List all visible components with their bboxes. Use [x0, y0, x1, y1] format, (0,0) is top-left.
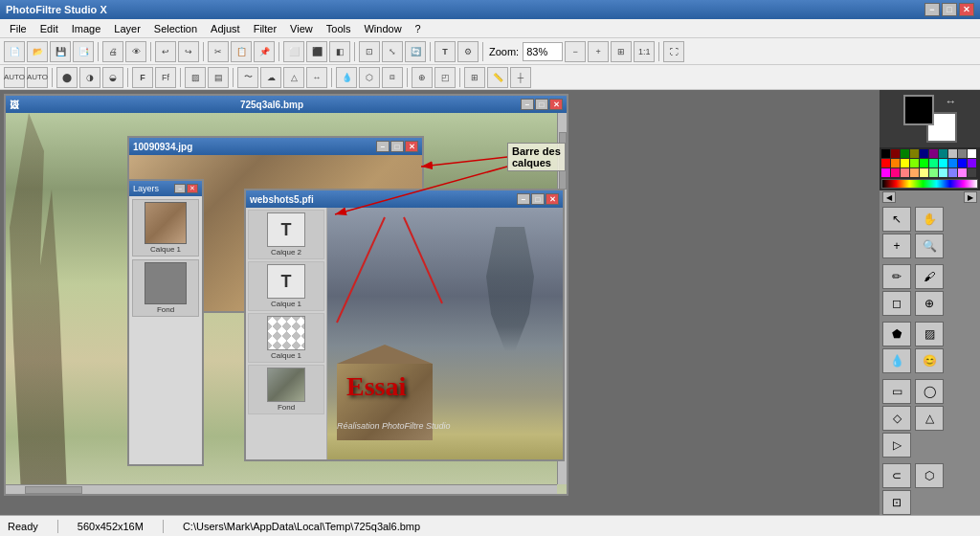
font-btn[interactable]: F	[132, 67, 153, 88]
dropper-all-btn[interactable]: 💧	[336, 67, 357, 88]
palette-cell[interactable]	[939, 168, 947, 177]
menu-file[interactable]: File	[4, 21, 33, 36]
palette-cell[interactable]	[929, 149, 938, 158]
palette-cell[interactable]	[968, 159, 976, 168]
hand-tool-button[interactable]: ✋	[915, 207, 944, 232]
gradient-bar[interactable]	[881, 179, 978, 189]
ellipse-select-tool[interactable]: ◯	[915, 379, 944, 404]
workspace[interactable]: 🖼 725q3al6.bmp − □ ✕	[0, 90, 880, 515]
palette-cell[interactable]	[920, 159, 928, 168]
jpg-minimize[interactable]: −	[376, 141, 390, 152]
new-button[interactable]: 📄	[4, 41, 25, 62]
diamond-tool[interactable]: ◇	[882, 406, 911, 431]
palette-cell[interactable]	[901, 168, 909, 177]
cut-button[interactable]: ✂	[208, 41, 229, 62]
palette-cell[interactable]	[939, 159, 947, 168]
maximize-button[interactable]: □	[942, 3, 957, 16]
palette-cell[interactable]	[891, 168, 900, 177]
hardness-btn[interactable]: ◒	[102, 67, 123, 88]
menu-adjust[interactable]: Adjust	[205, 21, 246, 36]
jpg-close[interactable]: ✕	[405, 141, 418, 152]
palette-prev[interactable]: ◀	[882, 191, 896, 203]
paste-button[interactable]: 📌	[254, 41, 275, 62]
menu-image[interactable]: Image	[66, 21, 107, 36]
polygon-tool[interactable]: ⬡	[915, 463, 944, 488]
zoom-actual-button[interactable]: 1:1	[634, 41, 655, 62]
close-btn[interactable]: ✕	[549, 99, 563, 110]
eraser-tool[interactable]: ◻	[882, 291, 911, 316]
pfi-window[interactable]: webshots5.pfi − □ ✕ T Calque 2	[244, 189, 565, 461]
zoom-in-button[interactable]: +	[588, 41, 609, 62]
palette-cell[interactable]	[901, 149, 909, 158]
resize-button[interactable]: ⤡	[382, 41, 403, 62]
foreground-color-swatch[interactable]	[903, 95, 934, 125]
crop-button[interactable]: ⊡	[359, 41, 380, 62]
palette-cell[interactable]	[948, 149, 957, 158]
palette-cell[interactable]	[910, 159, 919, 168]
frame-tool[interactable]: ⊡	[882, 490, 911, 515]
palette-cell[interactable]	[958, 149, 967, 158]
deselect-button[interactable]: ⬛	[306, 41, 327, 62]
save-button[interactable]: 💾	[50, 41, 71, 62]
horizontal-scrollbar[interactable]	[6, 484, 557, 494]
menu-help[interactable]: ?	[410, 21, 427, 36]
palette-cell[interactable]	[920, 149, 928, 158]
list-item[interactable]: Fond	[132, 259, 199, 317]
palette-cell[interactable]	[958, 159, 967, 168]
pfi-layers-panel[interactable]: T Calque 2 T Calque 1 Calque 1	[246, 208, 327, 459]
menu-selection[interactable]: Selection	[148, 21, 203, 36]
opacity-btn[interactable]: ◑	[79, 67, 100, 88]
ls-close[interactable]: ✕	[187, 184, 198, 193]
print-preview-button[interactable]: 👁	[125, 41, 146, 62]
print-button[interactable]: 🖨	[102, 41, 123, 62]
pfi-minimize[interactable]: −	[517, 193, 530, 205]
pattern-btn[interactable]: ▤	[208, 67, 229, 88]
brush-tool[interactable]: 🖌	[915, 264, 944, 289]
fill-tool[interactable]: ⬟	[882, 322, 911, 346]
palette-cell[interactable]	[939, 149, 947, 158]
eyedropper-tool[interactable]: 💧	[882, 348, 911, 373]
antialias-btn[interactable]: 〜	[237, 67, 258, 88]
ls-minimize[interactable]: −	[174, 184, 186, 193]
replace-btn[interactable]: ↔	[306, 67, 327, 88]
brush-size-btn[interactable]: ⬤	[56, 67, 78, 88]
palette-cell[interactable]	[891, 149, 900, 158]
redo-button[interactable]: ↪	[178, 41, 199, 62]
list-item[interactable]: Calque 1	[248, 313, 324, 363]
filter-btn[interactable]: ⚙	[457, 41, 479, 62]
palette-cell[interactable]	[910, 149, 919, 158]
h-scroll-thumb[interactable]	[25, 486, 82, 494]
menu-window[interactable]: Window	[358, 21, 407, 36]
pfi-close[interactable]: ✕	[546, 193, 559, 205]
minimize-button[interactable]: −	[924, 3, 940, 16]
guides-btn[interactable]: ┼	[510, 67, 531, 88]
pencil-tool[interactable]: ✏	[882, 264, 911, 289]
invert-selection-button[interactable]: ◧	[329, 41, 350, 62]
face-tool[interactable]: 😊	[915, 348, 944, 373]
feather-btn[interactable]: ☁	[260, 67, 281, 88]
shadow-btn[interactable]: ◰	[434, 67, 456, 88]
palette-cell[interactable]	[948, 168, 957, 177]
maximize-btn[interactable]: □	[535, 99, 548, 110]
palette-cell[interactable]	[891, 159, 900, 168]
menu-tools[interactable]: Tools	[321, 21, 357, 36]
palette-next[interactable]: ▶	[964, 191, 977, 203]
swap-colors-icon[interactable]: ↔	[946, 95, 957, 108]
palette-cell[interactable]	[881, 149, 890, 158]
move-tool-button[interactable]: +	[882, 234, 911, 258]
zoom-fit-button[interactable]: ⊞	[611, 41, 632, 62]
minimize-btn[interactable]: −	[521, 99, 534, 110]
mask-btn[interactable]: ⬡	[359, 67, 380, 88]
copy-button[interactable]: 📋	[231, 41, 252, 62]
pfi-maximize[interactable]: □	[531, 193, 545, 205]
rotate-button[interactable]: 🔄	[405, 41, 426, 62]
list-item[interactable]: Fond	[248, 365, 324, 414]
arrow-tool[interactable]: ▷	[882, 433, 911, 458]
layers-sidebar[interactable]: Layers − ✕ Calque 1 Fond	[127, 179, 204, 466]
gradient-tool[interactable]: ▨	[915, 322, 944, 346]
palette-cell[interactable]	[901, 159, 909, 168]
grid-btn[interactable]: ⊞	[464, 67, 485, 88]
blend-btn[interactable]: ⊕	[412, 67, 433, 88]
save-as-button[interactable]: 📑	[73, 41, 94, 62]
select-tool-button[interactable]: ↖	[882, 207, 911, 232]
